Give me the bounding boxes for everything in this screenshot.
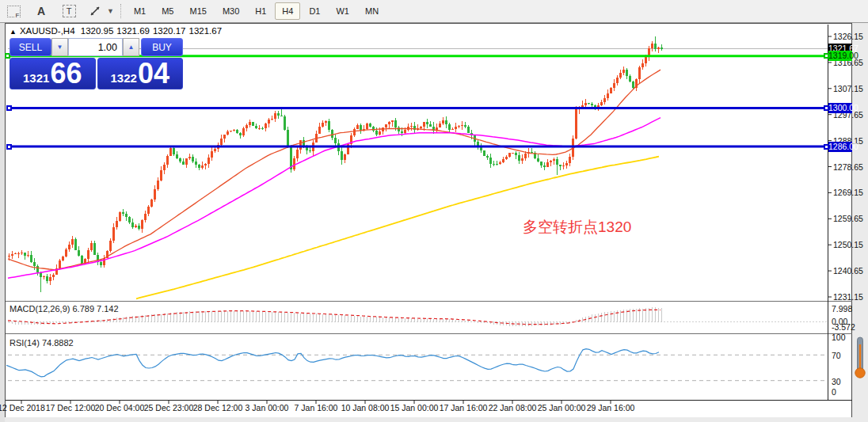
price-tick-label: 1269.15 — [833, 188, 863, 197]
line-handle[interactable] — [6, 105, 12, 111]
ohlc-close: 1321.67 — [189, 26, 223, 36]
macd-tick-label: 7.998 — [832, 304, 852, 314]
date-tick-label: 3 Jan 00:00 — [246, 403, 289, 412]
chart-title: ▲XAUUSD-,H4 1320.951321.691320.171321.67 — [10, 26, 225, 36]
timeframe-bar: M1M5M15M30H1H4D1W1MN — [126, 0, 386, 23]
timeframe-button-m1[interactable]: M1 — [127, 2, 153, 20]
ma-fast-line — [8, 70, 661, 270]
date-tick-label: 15 Jan 00:00 — [390, 403, 439, 412]
price-tick-label: 1326.15 — [833, 32, 863, 41]
buy-price-display[interactable]: 1322 04 — [97, 58, 184, 89]
triangle-icon: ▲ — [10, 28, 17, 36]
symbol-label: XAUUSD-,H4 — [20, 26, 75, 36]
timeframe-button-w1[interactable]: W1 — [329, 2, 356, 20]
date-tick-label: 17 Jan 16:00 — [440, 403, 488, 412]
price-tick-label: 1278.65 — [833, 162, 863, 172]
date-tick-label: 22 Jan 08:00 — [489, 403, 537, 412]
ohlc-open: 1320.95 — [81, 26, 114, 36]
date-tick-label: 12 Dec 2018 — [0, 403, 45, 412]
date-tick-label: 17 Dec 12:00 — [46, 403, 95, 412]
buy-price-minor: 04 — [138, 60, 169, 87]
rsi-tick-label: 70 — [832, 351, 841, 360]
macd-tick-label: -3.572 — [832, 322, 855, 332]
date-tick-label: 25 Jan 00:00 — [538, 403, 586, 412]
rsi-pane[interactable] — [6, 349, 828, 381]
sell-price-display[interactable]: 1321 66 — [10, 58, 96, 89]
rsi-tick-label: 100 — [832, 333, 846, 342]
date-tick-label: 28 Dec 12:00 — [193, 403, 242, 412]
date-tick-label: 7 Jan 16:00 — [295, 403, 338, 412]
text-box-icon[interactable]: T — [60, 2, 78, 20]
one-click-trade-panel: SELL ▼ 1.00 ▲ BUY 1321 66 1322 04 — [10, 38, 183, 89]
line-handle[interactable] — [824, 105, 829, 111]
top-toolbar: F A T ▼ M1M5M15M30H1H4D1W1MN — [0, 0, 868, 23]
line-handle[interactable] — [824, 144, 829, 150]
volume-input[interactable]: 1.00 — [68, 38, 123, 56]
toolbar-separator — [120, 4, 121, 18]
timeframe-button-m30[interactable]: M30 — [215, 2, 246, 20]
price-tag-1300-00: 1300.00 — [828, 103, 852, 113]
dropdown-caret-icon[interactable]: ▼ — [107, 7, 114, 15]
trading-terminal: F A T ▼ M1M5M15M30H1H4D1W1MN ▲XAUUSD-,H4… — [0, 0, 868, 422]
timeframe-button-d1[interactable]: D1 — [302, 2, 327, 20]
date-tick-label: 20 Dec 04:00 — [95, 403, 144, 412]
chart-annotation[interactable]: 多空转折点1320 — [523, 217, 631, 238]
rsi-line — [6, 349, 659, 377]
price-tick-label: 1307.15 — [833, 84, 863, 93]
rsi-label: RSI(14) 74.8882 — [10, 338, 74, 348]
ohlc-high: 1321.69 — [116, 26, 150, 36]
date-tick-label: 29 Jan 16:00 — [587, 403, 635, 412]
macd-label: MACD(12,26,9) 6.789 7.142 — [10, 304, 119, 314]
macd-pane[interactable] — [8, 307, 828, 326]
volume-decrease-button[interactable]: ▼ — [51, 38, 68, 56]
grid-f-icon[interactable]: F — [5, 2, 22, 20]
price-tag-1319-00: 1319.00 — [828, 51, 852, 61]
volume-increase-button[interactable]: ▲ — [123, 38, 139, 56]
rsi-tick-label: 30 — [832, 377, 841, 386]
price-tick-label: 1250.15 — [833, 240, 863, 249]
timeframe-button-mn[interactable]: MN — [358, 2, 386, 20]
timeframe-button-h4[interactable]: H4 — [275, 2, 300, 20]
line-handle[interactable] — [824, 53, 829, 59]
buy-price-major: 1322 — [111, 72, 137, 84]
price-tick-label: 1259.65 — [833, 214, 863, 223]
cursor-arrows-icon[interactable] — [86, 2, 104, 20]
price-tick-label: 1240.65 — [833, 266, 863, 276]
date-tick-label: 10 Jan 08:00 — [341, 403, 390, 412]
ohlc-low: 1320.17 — [153, 26, 186, 36]
sell-price-major: 1321 — [23, 72, 49, 84]
price-tick-label: 1231.15 — [833, 292, 863, 302]
window-bottom-edge — [5, 417, 853, 422]
timeframe-button-m5[interactable]: M5 — [154, 2, 181, 20]
thermometer-icon[interactable] — [854, 336, 866, 382]
text-a-icon[interactable]: A — [32, 2, 50, 20]
timeframe-button-h1[interactable]: H1 — [248, 2, 273, 20]
date-tick-label: 25 Dec 23:00 — [144, 403, 193, 412]
sell-price-minor: 66 — [50, 60, 82, 87]
buy-button[interactable]: BUY — [141, 38, 183, 56]
rsi-tick-label: 0 — [832, 387, 836, 397]
sell-button[interactable]: SELL — [10, 38, 51, 56]
line-handle[interactable] — [6, 144, 12, 150]
price-tag-1286-00: 1286.00 — [828, 142, 852, 152]
timeframe-button-m15[interactable]: M15 — [182, 2, 213, 20]
